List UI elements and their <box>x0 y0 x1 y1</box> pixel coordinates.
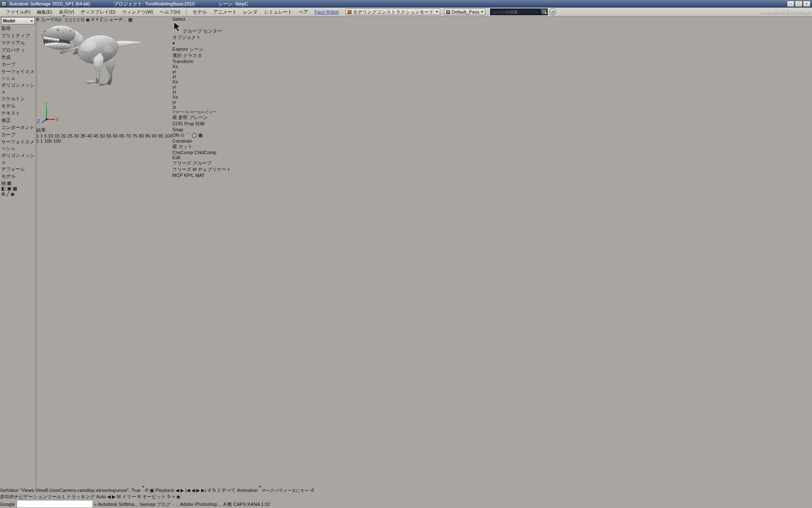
construction-mode-dropdown[interactable]: モデリングコンストラクションモード <box>346 8 440 15</box>
display-mode-dropdown[interactable]: シェーデ... <box>104 17 128 22</box>
viewport-canvas[interactable]: Y X Z <box>36 23 173 127</box>
axis-label-x[interactable]: X <box>173 79 176 84</box>
center-button[interactable]: センター <box>203 28 222 33</box>
script-undo-icon[interactable]: ↺ <box>145 488 148 493</box>
axis-label-x[interactable]: X <box>173 94 176 99</box>
scale-mode-button[interactable]: s <box>176 64 178 69</box>
toolbar-tab-render[interactable]: レンダ <box>240 8 261 16</box>
cluster-button[interactable]: クラスタ <box>183 53 202 58</box>
toolbar-tab-simulate[interactable]: シミュレート <box>261 8 295 16</box>
memo-cam-button[interactable]: ▯ <box>69 17 71 22</box>
tab-mat[interactable]: MAT <box>195 173 204 178</box>
menu-item-view[interactable]: 表示(V) <box>56 8 77 16</box>
layout-preset-icon[interactable]: ▦ <box>7 180 11 185</box>
button-curve-create[interactable]: カーブ <box>1 61 35 68</box>
next-frame-button[interactable]: ▶ <box>196 488 200 493</box>
toolbar-tab-hair[interactable]: ヘア <box>296 8 311 16</box>
constrain-parent-button[interactable]: 親 <box>173 144 177 149</box>
step-forward-button[interactable]: ▶ <box>181 488 184 493</box>
parent-ref-button[interactable]: 親 <box>173 115 177 120</box>
axis-toggle-y[interactable]: Y <box>96 17 99 22</box>
close-button[interactable]: × <box>803 1 810 7</box>
step-back-button[interactable]: ◀ <box>176 488 179 493</box>
cog-button[interactable]: COG <box>173 121 183 126</box>
axis-toggle-z[interactable]: Z <box>100 17 103 22</box>
cnscomp-button[interactable]: CnsComp <box>173 150 193 155</box>
snap-circle-icon[interactable]: ◯ <box>192 133 197 138</box>
toolbar-tab-animate[interactable]: アニメート <box>210 8 240 16</box>
zoom-icon[interactable]: ◉ <box>176 494 181 499</box>
toolbar-tab-face-robot[interactable]: Face Robot <box>312 8 342 15</box>
search-refresh-button[interactable]: ↺ <box>549 8 556 15</box>
translate-mode-button[interactable]: t <box>175 89 176 94</box>
axis-label-x[interactable]: X <box>173 64 176 69</box>
all-button[interactable]: すべて <box>222 488 236 493</box>
translate-mode-button[interactable]: t <box>175 105 176 110</box>
button-component[interactable]: コンポーネント <box>1 124 35 131</box>
timeline-ruler[interactable]: 1 1 5 10 15 20 25 30 35 40 45 50 55 60 6… <box>36 133 173 138</box>
object-button[interactable]: オブジェクト <box>173 35 201 40</box>
scene-search-input[interactable] <box>490 8 540 15</box>
scale-mode-button[interactable]: s <box>176 79 178 84</box>
menu-item-help[interactable]: ヘルプ(H) <box>156 8 183 16</box>
tab-kpl[interactable]: KP/L <box>184 173 194 178</box>
button-deform[interactable]: デフォーム <box>1 166 35 172</box>
button-skeleton[interactable]: スケルトン <box>1 96 35 102</box>
button-surface-mesh-create[interactable]: サーフェイスメッシュ <box>1 69 35 81</box>
freeze-button[interactable]: フリーズ <box>173 160 192 166</box>
playback-options-button[interactable]: Playback <box>155 488 176 493</box>
realtime-button[interactable]: ↻ <box>212 488 216 493</box>
maximize-button[interactable]: □ <box>795 1 802 7</box>
ime-alpha-indicator[interactable]: A <box>223 502 226 507</box>
menu-item-window[interactable]: ウィンドウ(W) <box>119 8 156 16</box>
toolbar-tab-model[interactable]: モデル <box>189 8 210 16</box>
button-model-modify[interactable]: モデル <box>1 173 35 179</box>
button-primitive[interactable]: プリミティブ <box>1 33 35 39</box>
layout-preset-icon[interactable]: ▩ <box>13 186 17 191</box>
script-input[interactable]: SetValue "Views.ViewB.UserCamera.camdisp… <box>0 488 142 493</box>
pencil-tool-icon[interactable]: ╱ <box>6 191 9 196</box>
button-surface-mesh-modify[interactable]: サーフェイスメッシュ <box>1 139 35 152</box>
selection-pick-button[interactable]: ▾ <box>173 41 175 46</box>
layout-preset-icon[interactable]: ▤ <box>1 180 5 185</box>
toolbar-mode-selector[interactable]: Model <box>1 17 35 25</box>
ref-button[interactable]: 参照 <box>178 115 188 120</box>
last-frame-button[interactable]: ▶| <box>201 488 206 493</box>
minimize-button[interactable]: ─ <box>787 1 794 7</box>
translate-mode-button[interactable]: t <box>175 74 176 79</box>
memo-cam-button[interactable]: ▯ <box>77 17 80 22</box>
button-polygon-mesh-modify[interactable]: ポリゴンメッシュ <box>1 152 35 165</box>
task-button-seesaa[interactable]: Seesaa ブログ - ... <box>140 502 180 507</box>
scene-button[interactable]: シーン <box>189 47 204 52</box>
script-box-icon[interactable]: ▣ <box>150 488 154 493</box>
camera-selector-dropdown[interactable]: ユーザ(U) <box>41 15 65 22</box>
select-cursor-button[interactable] <box>173 28 183 33</box>
next-key-arrow-button[interactable]: ▶ <box>112 494 115 499</box>
button-polygon-mesh-create[interactable]: ポリゴンメッシュ <box>1 82 35 95</box>
snap-on-button[interactable]: ON <box>173 133 180 138</box>
end-frame-field-2[interactable]: 100 <box>53 138 61 144</box>
snap-grid-icon[interactable]: ▦ <box>198 133 203 138</box>
button-model-create[interactable]: モデル <box>1 103 35 109</box>
resize-grid-icon[interactable]: ▦ <box>128 17 132 22</box>
freeze-m-button[interactable]: フリーズ M <box>173 167 197 172</box>
timeline-track[interactable]: 1 5 10 15 20 25 30 35 40 45 50 55 60 65 … <box>40 133 165 138</box>
snap-point-icon[interactable]: ⊙ <box>181 133 184 138</box>
search-button[interactable] <box>540 8 548 15</box>
end-frame-field[interactable]: 100 <box>44 138 52 144</box>
button-material[interactable]: マテリアル <box>1 40 35 46</box>
prev-frame-button[interactable]: ◀ <box>191 488 195 493</box>
axis-toggle-x[interactable]: X <box>91 17 94 22</box>
loop-button[interactable]: ↺ <box>207 488 211 493</box>
duplicate-button[interactable]: デュプリケート <box>198 167 231 172</box>
task-button-photoshop[interactable]: Adobe Photoshop ... <box>180 502 223 507</box>
pass-selector-dropdown[interactable]: Default_Pass <box>444 8 486 15</box>
ime-mode-indicator[interactable]: 般 <box>228 502 232 507</box>
prop-button[interactable]: Prop <box>184 121 194 126</box>
chldcomp-button[interactable]: ChldComp <box>195 150 217 155</box>
menu-item-edit[interactable]: 編集(E) <box>34 8 55 16</box>
rotate-mode-button[interactable]: r <box>175 69 176 74</box>
scale-mode-button[interactable]: s <box>176 94 178 99</box>
frame-field[interactable]: 1 <box>217 488 220 493</box>
first-frame-button[interactable]: |◀ <box>185 488 190 493</box>
